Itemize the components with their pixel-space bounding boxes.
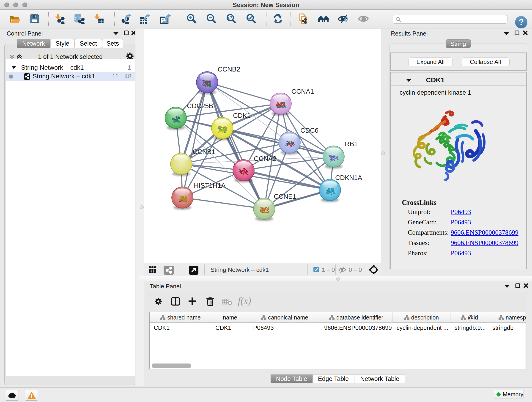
table-hscrollbar[interactable] [150,362,526,369]
tab-node-table[interactable]: Node Table [271,375,312,383]
panel-maximize-icon[interactable] [515,283,520,288]
tab-select[interactable]: Select [75,39,102,48]
vertical-splitter-handle[interactable] [140,205,144,209]
crosslink-value-link[interactable]: 9606.ENSP00000378699 [451,229,519,236]
expand-collapse-box: Expand All Collapse All [390,52,527,71]
add-column-icon[interactable] [188,297,197,306]
column-header-namespace[interactable]: namespace [488,313,526,323]
table-options-gear-icon[interactable] [154,297,163,306]
column-header-@id[interactable]: @id [450,313,488,323]
table-cell[interactable]: P06493 [249,323,320,333]
panel-float-icon[interactable] [113,32,120,36]
crosslink-value-link[interactable]: P06493 [451,249,471,257]
selected-checkbox-icon[interactable] [313,267,319,272]
tab-network[interactable]: Network [17,39,51,48]
network-graph: CCNB2CCNA1CDC25BCDK1CDC6RB1CCNB1CCNA2CDK… [144,29,381,263]
import-network-database-icon[interactable] [74,13,85,24]
panel-close-icon[interactable] [523,30,528,36]
search-houses-icon[interactable] [318,13,329,24]
horizontal-splitter-handle[interactable] [336,277,340,281]
table-cell[interactable]: stringdb [488,323,526,333]
column-header-description[interactable]: description [393,313,450,323]
panel-close-icon[interactable] [523,283,529,288]
birdseye-grid-icon[interactable] [148,266,157,274]
show-all-icon[interactable] [358,13,369,24]
export-image-icon[interactable] [160,13,171,24]
function-builder-icon[interactable]: f(x) [238,295,251,306]
column-header-name[interactable]: name [211,313,249,323]
table-hscrollbar-thumb[interactable] [152,364,191,368]
crosslink-value-link[interactable]: P06493 [451,208,471,216]
zoom-fit-icon[interactable] [226,13,237,24]
export-table-icon[interactable] [139,13,150,24]
toolbar-separator [336,264,336,274]
protein-structure-image [403,110,490,188]
warnings-button[interactable] [25,390,38,401]
main-toolbar: ? [0,10,532,28]
network-row[interactable]: String Network – cdk1 11 48 [6,72,135,81]
table-cell[interactable]: CDK1 [211,323,249,333]
svg-text:?: ? [519,17,524,27]
shared-column-icon [461,315,466,320]
tab-string[interactable]: String [446,39,471,48]
delete-column-icon[interactable] [206,297,215,306]
panel-maximize-icon[interactable] [124,30,129,36]
title-bar: Session: New Session [0,0,532,10]
table-cell[interactable]: stringdb:9... [450,323,488,333]
zoom-out-icon[interactable] [206,13,217,24]
table-cell[interactable]: CDK1 [150,323,211,333]
hide-selected-icon[interactable] [338,13,349,24]
column-header-canonical-name[interactable]: canonical name [249,313,320,323]
table-panel-title: Table Panel [150,283,181,290]
tab-edge-table[interactable]: Edge Table [312,375,354,383]
panel-maximize-icon[interactable] [514,30,520,36]
node-table[interactable]: shared namenamecanonical namedatabase id… [149,312,526,369]
open-in-window-icon[interactable] [189,266,198,275]
network-collection-row[interactable]: String Network – cdk1 1 [6,64,135,72]
zoom-in-icon[interactable] [186,13,197,24]
tree-expand-icon[interactable] [11,65,16,70]
show-columns-icon[interactable] [171,297,180,306]
zoom-selected-icon[interactable] [246,13,257,24]
fit-selected-crosshair-icon[interactable] [369,265,379,275]
toolbar-separator [291,12,291,26]
open-session-icon[interactable] [9,13,20,24]
cloud-button[interactable] [5,390,19,401]
collapse-all-button[interactable]: Collapse All [461,57,510,66]
column-header-database-identifier[interactable]: database identifier [320,313,393,323]
tab-network-table[interactable]: Network Table [354,375,405,383]
section-collapse-icon[interactable] [406,79,412,82]
protein-description: cyclin-dependent kinase 1 [399,89,471,96]
tab-sets[interactable]: Sets [102,39,123,48]
table-cell[interactable]: 9606.ENSP00000378699 [320,323,393,333]
import-table-file-icon[interactable] [93,13,104,24]
panel-float-icon[interactable] [503,32,510,36]
refresh-icon[interactable] [272,13,283,24]
panel-float-icon[interactable] [504,284,511,288]
control-panel-title: Control Panel [7,30,43,37]
crosslink-value-link[interactable]: 9606.ENSP00000378699 [451,239,519,247]
crosslink-value-link[interactable]: P06493 [451,218,471,226]
copy-icon[interactable] [298,13,309,24]
cdk1-section: CDK1 cyclin-dependent kinase 1 [390,72,527,269]
save-session-icon[interactable] [29,13,40,24]
network-canvas[interactable]: CCNB2CCNA1CDC25BCDK1CDC6RB1CCNB1CCNA2CDK… [144,29,381,263]
crosslink-row: Tissues:9606.ENSP00000378699 [408,239,522,249]
export-network-icon[interactable] [121,13,132,24]
table-cell[interactable]: cyclin-dependent ... [393,323,450,333]
memory-button[interactable]: Memory [494,390,524,399]
hidden-counts: 0 – 0 [349,266,362,274]
svg-text:CDK1: CDK1 [233,112,251,119]
column-header-shared-name[interactable]: shared name [150,313,211,323]
help-icon[interactable]: ? [515,16,528,29]
svg-text:CCNE1: CCNE1 [274,193,296,200]
search-input[interactable] [393,15,507,24]
status-bar: Memory [0,387,532,402]
cloud-icon [8,392,17,399]
horizontal-splitter[interactable] [139,276,532,281]
import-network-file-icon[interactable] [54,13,65,24]
expand-all-button[interactable]: Expand All [408,57,453,66]
network-share-button[interactable] [164,266,174,275]
tab-style[interactable]: Style [51,39,75,48]
delete-table-icon[interactable] [222,298,232,305]
